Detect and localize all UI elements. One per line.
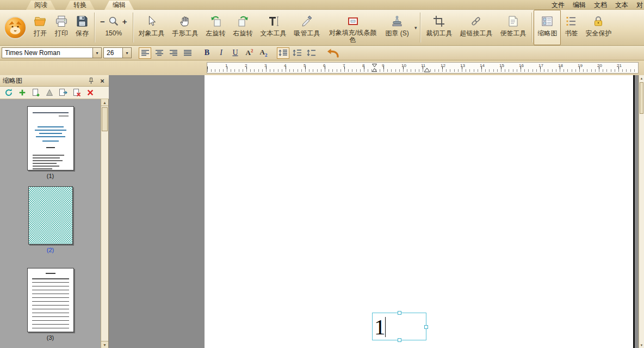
font-size-combobox[interactable]: 26 ▾ [103, 47, 132, 58]
tab-reading[interactable]: 阅读 [26, 1, 55, 10]
fill-line-color-button[interactable]: 对象填充/线条颜色 [324, 10, 382, 45]
superscript-button[interactable]: A2 [243, 47, 256, 59]
thumbnail-panel-toolbar [0, 87, 109, 99]
scroll-down-icon[interactable]: ▼ [101, 341, 108, 348]
toolbar-separator [420, 13, 420, 42]
align-right-button[interactable] [167, 47, 179, 59]
open-button[interactable]: 打开 [29, 10, 51, 45]
align-justify-icon [183, 50, 192, 57]
insert-page-icon[interactable] [31, 88, 40, 97]
rotate-right-button[interactable]: 右旋转 [230, 10, 257, 45]
stamp-icon [391, 13, 404, 29]
font-family-combobox[interactable]: Times New Roman ▾ [2, 47, 102, 58]
vertical-scrollbar[interactable]: ▲ ▼ [639, 75, 644, 348]
save-button[interactable]: 保存 [72, 10, 92, 45]
resize-handle-top[interactable] [398, 311, 401, 315]
indent-marker-right[interactable] [424, 68, 430, 72]
menu-text[interactable]: 文本 [615, 1, 628, 10]
toolbar-separator [94, 13, 95, 42]
main-toolbar: 打开 打印 保存 − [0, 10, 644, 46]
document-area: 1 [109, 75, 639, 348]
indent-marker-first-line[interactable] [371, 63, 377, 72]
rotate-page-icon[interactable] [4, 88, 13, 97]
resize-handle-right[interactable] [424, 325, 428, 329]
scroll-down-icon[interactable]: ▼ [639, 342, 644, 348]
hyperlink-tool-button[interactable]: 超链接工具 [456, 10, 496, 45]
hand-tool-button[interactable]: 手形工具 [169, 10, 202, 45]
panel-scrollbar[interactable]: ▲ ▼ [101, 99, 108, 348]
menu-object-truncated[interactable]: 对 [636, 1, 643, 10]
panel-scrollbar-thumb[interactable] [102, 107, 108, 131]
pin-icon[interactable] [87, 77, 95, 85]
text-edit-box[interactable]: 1 [372, 313, 426, 340]
bold-button[interactable]: B [201, 47, 213, 59]
stamp-dropdown-arrow[interactable]: ▾ [413, 10, 419, 45]
close-icon[interactable]: × [98, 77, 106, 85]
scroll-up-icon[interactable]: ▲ [101, 99, 108, 106]
menu-edit[interactable]: 编辑 [573, 1, 586, 10]
undo-arrow-icon [326, 47, 339, 58]
zoom-in-button[interactable]: + [122, 17, 127, 26]
tab-edit[interactable]: 编辑 [104, 1, 134, 10]
workspace: 缩略图 × [0, 75, 644, 348]
line-spacing-double-button[interactable] [305, 47, 318, 59]
folder-open-icon [33, 13, 47, 29]
page-thumbnail-3[interactable] [27, 268, 74, 332]
line-spacing-single-button[interactable] [277, 47, 289, 59]
object-tool-button[interactable]: 对象工具 [135, 10, 169, 45]
zoom-level: 150% [105, 30, 122, 37]
replace-page-icon[interactable] [72, 88, 81, 97]
chain-link-icon [469, 13, 482, 29]
chevron-down-icon[interactable]: ▾ [122, 48, 131, 58]
app-logo-button[interactable] [1, 10, 29, 45]
ruler-ticks [207, 66, 638, 72]
zoom-out-button[interactable]: − [100, 17, 105, 26]
italic-button[interactable]: I [215, 47, 227, 59]
crop-icon [432, 13, 445, 29]
scroll-up-icon[interactable]: ▲ [639, 75, 644, 81]
font-size-value: 26 [107, 49, 120, 57]
text-tool-button[interactable]: 文本工具 [257, 10, 290, 45]
add-page-icon[interactable] [17, 88, 27, 97]
printer-icon [55, 13, 68, 29]
toolbar-separator [133, 13, 133, 42]
resize-handle-bottom[interactable] [398, 338, 401, 342]
fox-logo-icon [3, 16, 27, 40]
page-label-3[interactable]: (3) [47, 334, 54, 341]
document-page[interactable]: 1 [205, 75, 635, 348]
align-center-icon [155, 50, 164, 57]
print-button[interactable]: 打印 [51, 10, 72, 45]
security-button[interactable]: 安全保护 [581, 10, 615, 45]
page-label-2[interactable]: (2) [47, 247, 54, 253]
chevron-down-icon[interactable]: ▾ [92, 48, 101, 58]
export-page-icon[interactable] [58, 88, 67, 97]
menu-document[interactable]: 文档 [594, 1, 607, 10]
menu-file[interactable]: 文件 [552, 1, 565, 10]
stamp-button[interactable]: 图章 (S) [382, 10, 413, 45]
text-t-icon [267, 13, 280, 29]
note-tool-button[interactable]: 便签工具 [496, 10, 530, 45]
delete-page-icon[interactable] [85, 88, 95, 97]
page-thumbnail-2-selected[interactable] [28, 186, 73, 244]
tab-convert[interactable]: 转换 [65, 1, 95, 10]
eyedropper-tool-button[interactable]: 吸管工具 [290, 10, 324, 45]
crop-tool-button[interactable]: 裁切工具 [422, 10, 456, 45]
top-menu: 文件 编辑 文档 文本 对 [552, 0, 644, 10]
bookmark-button[interactable]: 书签 [561, 10, 581, 45]
align-center-button[interactable] [153, 47, 165, 59]
thumbnail-panel-button[interactable]: 缩略图 [534, 10, 561, 45]
align-justify-button[interactable] [181, 47, 194, 59]
extract-page-icon[interactable] [45, 88, 54, 97]
underline-button[interactable]: U [229, 47, 242, 59]
page-thumbnail-1[interactable] [27, 106, 74, 170]
line-spacing-1-5-button[interactable] [291, 47, 304, 59]
subscript-button[interactable]: A2 [257, 47, 270, 59]
align-left-button[interactable] [139, 47, 151, 59]
undo-button[interactable] [325, 47, 341, 59]
page-label-1[interactable]: (1) [47, 173, 54, 179]
padlock-icon [592, 13, 605, 29]
line-spacing-double-icon [307, 49, 316, 57]
vertical-scrollbar-thumb[interactable] [640, 82, 643, 114]
rotate-left-button[interactable]: 左旋转 [202, 10, 230, 45]
note-page-icon [506, 13, 519, 29]
